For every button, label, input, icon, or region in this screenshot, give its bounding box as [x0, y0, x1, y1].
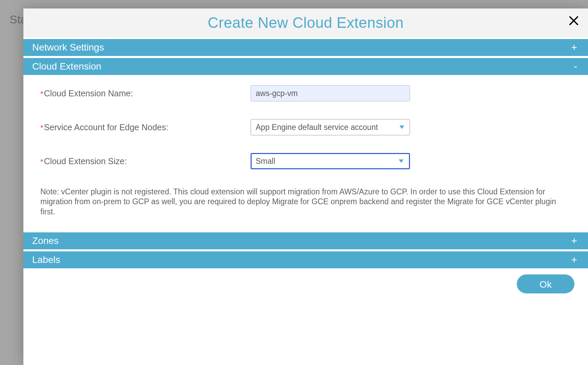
label-cloud-extension-size: * Cloud Extension Size:: [40, 156, 251, 166]
required-star: *: [40, 157, 43, 166]
section-title: Network Settings: [32, 42, 104, 53]
expand-icon: +: [571, 255, 579, 265]
modal-title: Create New Cloud Extension: [208, 14, 404, 31]
section-title: Labels: [32, 254, 60, 265]
collapse-icon: -: [574, 61, 579, 72]
close-button[interactable]: [567, 15, 581, 28]
label-text: Cloud Extension Size:: [44, 156, 127, 166]
svg-marker-3: [399, 159, 404, 163]
service-account-select[interactable]: App Engine default service account: [251, 119, 410, 135]
expand-icon: +: [571, 42, 579, 53]
label-text: Service Account for Edge Nodes:: [44, 122, 169, 132]
create-cloud-extension-modal: Create New Cloud Extension Network Setti…: [23, 8, 588, 365]
label-text: Cloud Extension Name:: [44, 89, 133, 98]
section-title: Cloud Extension: [32, 61, 101, 72]
required-star: *: [40, 90, 43, 98]
form-row-cloud-extension-size: * Cloud Extension Size: Small: [40, 153, 571, 169]
modal-header: Create New Cloud Extension: [23, 8, 588, 37]
chevron-down-icon: [399, 159, 404, 163]
section-header-network-settings[interactable]: Network Settings +: [23, 39, 588, 56]
select-value: App Engine default service account: [256, 123, 378, 132]
label-service-account: * Service Account for Edge Nodes:: [40, 122, 251, 132]
form-row-cloud-extension-name: * Cloud Extension Name:: [40, 85, 571, 101]
cloud-extension-name-input[interactable]: [251, 85, 410, 101]
cloud-extension-size-select[interactable]: Small: [251, 153, 410, 169]
section-header-cloud-extension[interactable]: Cloud Extension -: [23, 58, 588, 75]
required-star: *: [40, 123, 43, 132]
section-title: Zones: [32, 235, 59, 246]
modal-footer: Ok: [23, 268, 588, 287]
section-header-zones[interactable]: Zones +: [23, 232, 588, 249]
label-cloud-extension-name: * Cloud Extension Name:: [40, 89, 251, 98]
svg-marker-2: [399, 126, 404, 129]
ok-button[interactable]: Ok: [517, 274, 574, 293]
chevron-down-icon: [399, 126, 404, 129]
close-icon: [568, 15, 580, 28]
expand-icon: +: [571, 236, 579, 246]
form-row-service-account: * Service Account for Edge Nodes: App En…: [40, 119, 571, 135]
vcenter-plugin-note: Note: vCenter plugin is not registered. …: [40, 187, 571, 217]
section-content-cloud-extension: * Cloud Extension Name: * Service Accoun…: [23, 75, 588, 230]
select-value: Small: [256, 157, 275, 166]
section-header-labels[interactable]: Labels +: [23, 251, 588, 268]
